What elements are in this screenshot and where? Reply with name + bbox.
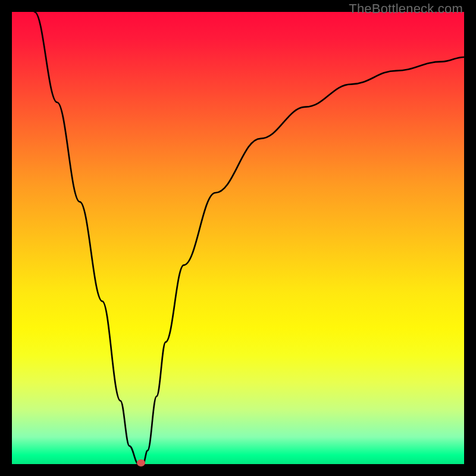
watermark-text: TheBottleneck.com (349, 1, 463, 17)
plot-area (12, 12, 464, 464)
chart-frame: TheBottleneck.com (0, 0, 476, 476)
bottleneck-curve (35, 12, 464, 464)
optimal-marker (137, 459, 145, 466)
curve-svg (12, 12, 464, 464)
